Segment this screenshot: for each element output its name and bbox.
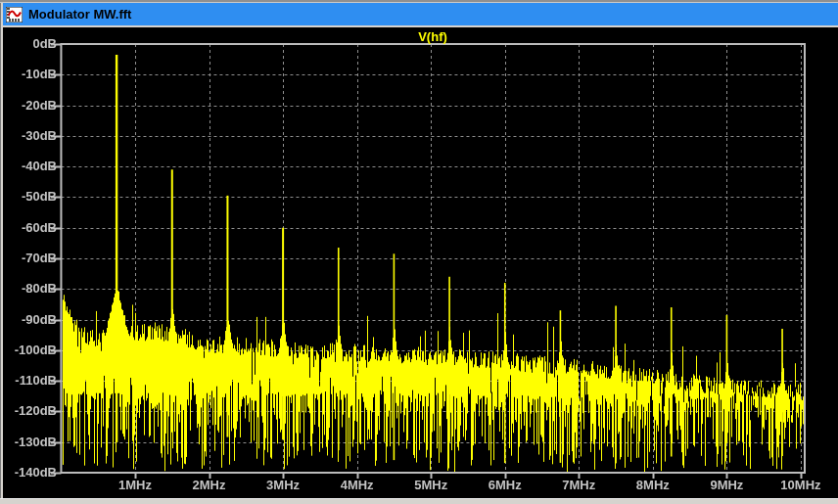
x-tick-label: 3MHz — [252, 479, 314, 492]
x-tick-label: 2MHz — [178, 479, 241, 492]
x-tick-label: 10MHz — [769, 479, 832, 492]
y-tick-label: -60dB — [0, 221, 57, 235]
y-tick-label: -50dB — [0, 190, 57, 204]
x-tick-label: 9MHz — [695, 479, 758, 492]
y-tick-label: -30dB — [0, 129, 57, 143]
x-tick-label: 5MHz — [399, 479, 462, 492]
titlebar[interactable]: Modulator MW.fft — [3, 3, 838, 25]
fft-plot-canvas[interactable] — [0, 0, 838, 504]
x-tick-label: 7MHz — [547, 479, 610, 492]
y-tick-label: 0dB — [0, 37, 57, 51]
y-tick-label: -40dB — [0, 160, 57, 173]
y-tick-label: -140dB — [0, 466, 57, 480]
trace-label[interactable]: V(hf) — [61, 29, 805, 44]
x-tick-label: 6MHz — [474, 479, 536, 492]
y-tick-label: -20dB — [0, 99, 57, 113]
y-tick-label: -130dB — [0, 435, 57, 449]
waveform-icon — [6, 7, 23, 23]
x-tick-label: 8MHz — [622, 479, 684, 492]
y-tick-label: -110dB — [0, 374, 57, 388]
y-tick-label: -90dB — [0, 313, 57, 327]
x-tick-label: 1MHz — [104, 479, 166, 492]
window-title: Modulator MW.fft — [28, 3, 131, 25]
y-tick-label: -70dB — [0, 252, 57, 265]
fft-plot-window: V(hf) 0dB-10dB-20dB-30dB-40dB-50dB-60dB-… — [0, 0, 838, 504]
y-tick-label: -80dB — [0, 282, 57, 296]
y-tick-label: -10dB — [0, 68, 57, 81]
titlebar-lower-strip — [3, 25, 838, 27]
x-tick-label: 4MHz — [326, 479, 389, 492]
y-tick-label: -100dB — [0, 344, 57, 357]
y-tick-label: -120dB — [0, 404, 57, 418]
